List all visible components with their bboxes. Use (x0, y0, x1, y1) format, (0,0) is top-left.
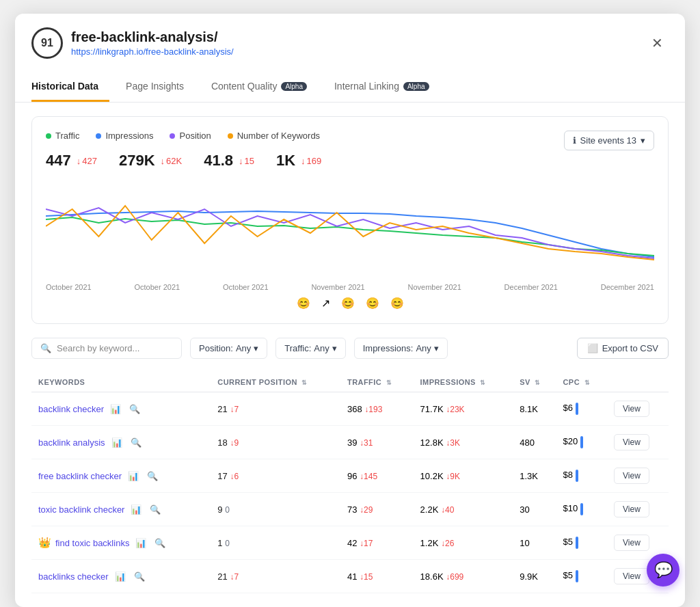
legend-traffic: Traffic (46, 131, 79, 141)
modal-header: 91 free-backlink-analysis/ https://linkg… (15, 14, 685, 59)
bar-chart-icon-3[interactable]: 📊 (129, 503, 144, 516)
search-icon: 🔍 (40, 343, 51, 353)
metric-position-value: 41.8 (204, 152, 233, 170)
legend-keywords-label: Number of Keywords (237, 131, 320, 141)
view-button-3[interactable]: View (614, 501, 649, 517)
keyword-cell-5: backlinks checker 📊 🔍 (31, 560, 211, 593)
bar-chart-icon-2[interactable]: 📊 (126, 470, 141, 483)
bar-chart-icon-1[interactable]: 📊 (109, 436, 124, 449)
tab-content-quality-label: Content Quality (211, 81, 278, 92)
legend-position-dot (170, 133, 175, 139)
th-traffic: TRAFFIC ⇅ (340, 373, 414, 392)
content-area: Traffic Impressions Position Number (15, 103, 685, 607)
event-icon-1: ↗ (321, 297, 330, 310)
legend-keywords: Number of Keywords (228, 131, 320, 141)
imp-value-5: 18.6K (420, 571, 444, 582)
tab-content-quality[interactable]: Content Quality Alpha (211, 75, 318, 102)
view-button-2[interactable]: View (614, 468, 649, 484)
tab-page-insights[interactable]: Page Insights (126, 75, 195, 102)
sv-cell-0: 8.1K (513, 392, 556, 426)
chart-legend: Traffic Impressions Position Number (46, 131, 556, 141)
header-title-group: free-backlink-analysis/ https://linkgrap… (71, 29, 234, 57)
view-button-0[interactable]: View (614, 401, 649, 417)
position-filter[interactable]: Position: Any ▾ (190, 338, 267, 359)
traffic-change-4: ↓17 (360, 539, 373, 548)
sort-sv-icon[interactable]: ⇅ (535, 379, 540, 386)
export-button[interactable]: ⬜ Export to CSV (577, 338, 669, 359)
x-label-5: December 2021 (504, 283, 558, 291)
traffic-filter-label: Traffic: (284, 343, 311, 353)
keyword-link-0[interactable]: backlink checker (38, 404, 104, 414)
view-button-1[interactable]: View (614, 434, 649, 450)
imp-change-0: ↓23K (446, 405, 464, 414)
view-button-4[interactable]: View (614, 535, 649, 551)
legend-traffic-label: Traffic (55, 131, 79, 141)
traffic-value-2: 96 (347, 471, 357, 481)
cpc-cell-4: $5 (556, 526, 607, 560)
metric-traffic-change: 427 (77, 156, 97, 166)
sv-cell-5: 9.9K (513, 560, 556, 593)
search-icon-5[interactable]: 🔍 (132, 570, 147, 583)
sv-cell-4: 10 (513, 526, 556, 560)
traffic-change-2: ↓145 (360, 472, 377, 481)
bar-chart-icon-4[interactable]: 📊 (133, 537, 148, 550)
traffic-cell-4: 42 ↓17 (340, 526, 414, 560)
th-cpc: CPC ⇅ (556, 373, 607, 392)
imp-change-1: ↓3K (446, 438, 460, 448)
keyword-cell-0: backlink checker 📊 🔍 (31, 392, 211, 426)
table-row: 👑 find toxic backlinks 📊 🔍 1 042 ↓171.2K… (31, 526, 669, 560)
chevron-down-icon: ▾ (641, 135, 645, 146)
metric-keywords: 1K 169 (276, 152, 321, 170)
impressions-filter[interactable]: Impressions: Any ▾ (354, 338, 448, 359)
view-cell-0: View (607, 392, 669, 426)
keyword-link-4[interactable]: find toxic backlinks (55, 538, 129, 548)
keyword-link-5[interactable]: backlinks checker (38, 571, 109, 582)
search-placeholder: Search by keyword... (57, 343, 139, 353)
pos-change-1: ↓9 (230, 438, 239, 448)
search-icon-2[interactable]: 🔍 (145, 470, 160, 483)
view-cell-3: View (607, 493, 669, 526)
main-modal: 91 free-backlink-analysis/ https://linkg… (15, 14, 685, 607)
tab-internal-linking[interactable]: Internal Linking Alpha (334, 75, 440, 102)
search-icon-0[interactable]: 🔍 (127, 403, 142, 416)
cpc-value-3: $10 (563, 503, 578, 513)
impressions-cell-5: 18.6K ↓699 (414, 560, 513, 593)
view-cell-2: View (607, 459, 669, 493)
traffic-cell-0: 368 ↓193 (340, 392, 414, 426)
cpc-bar-2 (576, 470, 578, 482)
keyword-cell-1: backlink analysis 📊 🔍 (31, 426, 211, 459)
search-icon-3[interactable]: 🔍 (148, 503, 163, 516)
export-label: Export to CSV (602, 343, 658, 353)
sort-cpc-icon[interactable]: ⇅ (584, 379, 590, 386)
legend-traffic-dot (46, 133, 51, 139)
position-cell-5: 21 ↓7 (211, 560, 340, 593)
traffic-filter[interactable]: Traffic: Any ▾ (275, 338, 345, 359)
sort-traffic-icon[interactable]: ⇅ (386, 379, 392, 386)
close-button[interactable]: ✕ (646, 33, 669, 53)
search-box[interactable]: 🔍 Search by keyword... (31, 338, 182, 359)
bar-chart-icon-5[interactable]: 📊 (113, 570, 128, 583)
bar-chart-icon-0[interactable]: 📊 (108, 403, 123, 416)
table-container: KEYWORDS CURRENT POSITION ⇅ TRAFFIC ⇅ IM… (31, 373, 669, 593)
keyword-link-1[interactable]: backlink analysis (38, 437, 105, 448)
filter-row: 🔍 Search by keyword... Position: Any ▾ T… (31, 338, 669, 359)
sort-position-icon[interactable]: ⇅ (301, 379, 307, 386)
metric-keywords-value: 1K (276, 152, 295, 170)
search-icon-4[interactable]: 🔍 (152, 537, 167, 550)
site-events-button[interactable]: ℹ Site events 13 ▾ (564, 131, 654, 150)
keyword-group: backlinks checker 📊 🔍 (38, 570, 204, 583)
metric-traffic-value: 447 (46, 152, 71, 170)
metric-position: 41.8 15 (204, 152, 254, 170)
view-button-5[interactable]: View (614, 568, 649, 584)
keyword-link-2[interactable]: free backlink checker (38, 471, 122, 481)
sort-impressions-icon[interactable]: ⇅ (480, 379, 485, 386)
impressions-cell-4: 1.2K ↓26 (414, 526, 513, 560)
keyword-link-3[interactable]: toxic backlink checker (38, 504, 124, 515)
search-icon-1[interactable]: 🔍 (129, 436, 144, 449)
imp-change-5: ↓699 (446, 572, 463, 582)
cpc-value-1: $20 (563, 436, 578, 446)
tab-historical-data[interactable]: Historical Data (31, 75, 109, 102)
page-url[interactable]: https://linkgraph.io/free-backlink-analy… (71, 46, 234, 57)
keyword-cell-2: free backlink checker 📊 🔍 (31, 459, 211, 493)
chat-button[interactable]: 💬 (647, 554, 679, 586)
